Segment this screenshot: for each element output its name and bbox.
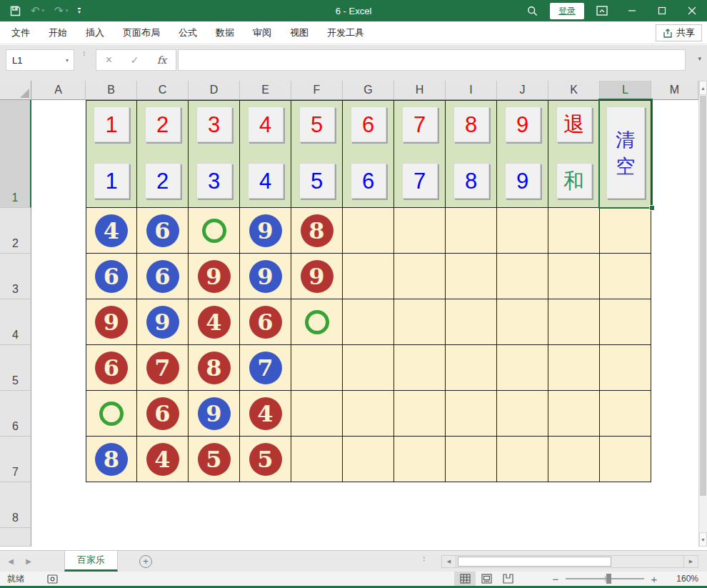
cell-J4[interactable] — [497, 299, 548, 345]
cell-H8[interactable] — [394, 482, 446, 528]
cell-L8[interactable] — [600, 482, 651, 528]
sheet-nav-right-icon[interactable]: ▶ — [21, 557, 36, 565]
cell-K2[interactable] — [548, 208, 600, 254]
vertical-scrollbar[interactable]: ▲ ▼ — [698, 81, 707, 547]
select-all-corner[interactable] — [0, 81, 31, 100]
cell-C5[interactable]: 7 — [137, 345, 189, 391]
row-header-2[interactable]: 2 — [0, 208, 31, 254]
ribbon-tab-文件[interactable]: 文件 — [2, 21, 39, 44]
row-header-1[interactable]: 1 — [0, 100, 31, 208]
cell-E9[interactable] — [240, 528, 291, 547]
save-icon[interactable] — [10, 6, 21, 16]
cell-B1[interactable]: 11 — [86, 100, 137, 208]
search-icon[interactable] — [517, 0, 547, 21]
zoom-in-icon[interactable]: + — [647, 573, 661, 585]
column-header-I[interactable]: I — [446, 81, 497, 100]
bet-red-5-button[interactable]: 5 — [299, 106, 335, 142]
cell-J5[interactable] — [497, 345, 548, 391]
cell-A2[interactable] — [31, 208, 86, 254]
cell-J3[interactable] — [497, 254, 548, 299]
bet-red-7-button[interactable]: 7 — [402, 106, 438, 142]
bet-red-4-button[interactable]: 4 — [248, 106, 284, 142]
cell-E5[interactable]: 7 — [240, 345, 291, 391]
cell-D4[interactable]: 4 — [189, 299, 240, 345]
share-button[interactable]: 共享 — [656, 24, 702, 41]
bet-red-6-button[interactable]: 6 — [351, 106, 386, 142]
login-button[interactable]: 登录 — [550, 3, 584, 19]
column-header-G[interactable]: G — [343, 81, 394, 100]
cell-G8[interactable] — [343, 482, 394, 528]
bet-blue-9-button[interactable]: 9 — [505, 163, 541, 199]
cell-G1[interactable]: 66 — [343, 100, 394, 208]
cell-I3[interactable] — [446, 254, 497, 299]
ribbon-tab-开始[interactable]: 开始 — [39, 21, 76, 44]
undo-button[interactable]: ↶▾ — [31, 4, 44, 17]
redo-button[interactable]: ↷▾ — [54, 4, 68, 17]
cell-F6[interactable] — [291, 391, 343, 437]
cell-E4[interactable]: 6 — [240, 299, 291, 345]
cell-I8[interactable] — [446, 482, 497, 528]
cell-G4[interactable] — [343, 299, 394, 345]
ribbon-tab-开发工具[interactable]: 开发工具 — [318, 21, 373, 44]
cell-D1[interactable]: 33 — [189, 100, 240, 208]
page-layout-view-icon[interactable] — [476, 572, 497, 586]
cancel-icon[interactable]: × — [106, 54, 112, 66]
cell-B3[interactable]: 6 — [86, 254, 137, 299]
cell-A3[interactable] — [31, 254, 86, 299]
bet-blue-6-button[interactable]: 6 — [351, 163, 386, 199]
bet-blue-5-button[interactable]: 5 — [299, 163, 335, 199]
cell-C1[interactable]: 22 — [137, 100, 189, 208]
horizontal-scrollbar[interactable]: ◀ ▶ — [441, 555, 698, 568]
column-header-B[interactable]: B — [86, 81, 137, 100]
bet-red-2-button[interactable]: 2 — [145, 106, 181, 142]
cell-L9[interactable] — [600, 528, 651, 547]
ribbon-tab-插入[interactable]: 插入 — [76, 21, 114, 44]
column-header-L[interactable]: L — [600, 81, 651, 100]
cell-J6[interactable] — [497, 391, 548, 437]
scroll-right-icon[interactable]: ▶ — [683, 556, 698, 567]
cell-E3[interactable]: 9 — [240, 254, 291, 299]
cell-K6[interactable] — [548, 391, 600, 437]
cell-G7[interactable] — [343, 437, 394, 482]
cell-A9[interactable] — [31, 528, 86, 547]
cell-L4[interactable] — [600, 299, 651, 345]
cell-D2[interactable] — [189, 208, 240, 254]
cell-L6[interactable] — [600, 391, 651, 437]
zoom-slider-thumb[interactable] — [606, 574, 611, 584]
cell-I4[interactable] — [446, 299, 497, 345]
cell-I7[interactable] — [446, 437, 497, 482]
cell-M7[interactable] — [651, 437, 698, 482]
bet-red-3-button[interactable]: 3 — [196, 106, 232, 142]
column-header-C[interactable]: C — [137, 81, 189, 100]
cell-J7[interactable] — [497, 437, 548, 482]
cell-M3[interactable] — [651, 254, 698, 299]
cell-A8[interactable] — [31, 482, 86, 528]
cell-L3[interactable] — [600, 254, 651, 299]
cell-A4[interactable] — [31, 299, 86, 345]
cell-K1[interactable]: 退和 — [548, 100, 600, 208]
column-header-H[interactable]: H — [394, 81, 446, 100]
cell-D3[interactable]: 9 — [189, 254, 240, 299]
cell-A7[interactable] — [31, 437, 86, 482]
cell-M1[interactable] — [651, 100, 698, 208]
ribbon-tab-审阅[interactable]: 审阅 — [244, 21, 281, 44]
scroll-up-icon[interactable]: ▲ — [699, 81, 707, 95]
cell-I2[interactable] — [446, 208, 497, 254]
cell-C4[interactable]: 9 — [137, 299, 189, 345]
cell-J8[interactable] — [497, 482, 548, 528]
cell-H9[interactable] — [394, 528, 446, 547]
cell-H5[interactable] — [394, 345, 446, 391]
cell-B2[interactable]: 4 — [86, 208, 137, 254]
cell-G9[interactable] — [343, 528, 394, 547]
cell-H6[interactable] — [394, 391, 446, 437]
cell-D7[interactable]: 5 — [189, 437, 240, 482]
ribbon-tab-页面布局[interactable]: 页面布局 — [114, 21, 169, 44]
cell-F5[interactable] — [291, 345, 343, 391]
cell-D8[interactable] — [189, 482, 240, 528]
name-box-dropdown-icon[interactable]: ▾ — [61, 57, 74, 64]
cell-K4[interactable] — [548, 299, 600, 345]
page-break-view-icon[interactable] — [497, 572, 518, 586]
column-header-M[interactable]: M — [651, 81, 698, 100]
cell-F7[interactable] — [291, 437, 343, 482]
cell-C9[interactable] — [137, 528, 189, 547]
